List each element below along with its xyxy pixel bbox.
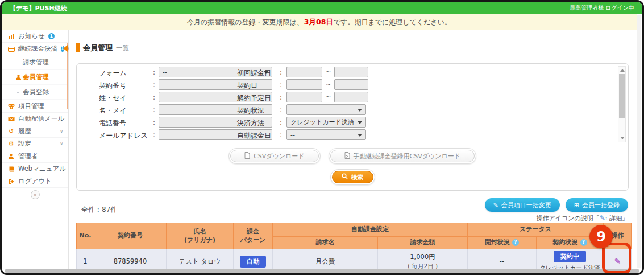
sidebar-item-recurring-billing[interactable]: 継続課金決済 1 ∨ [2, 43, 68, 55]
bulk-register-label: 会員一括登録 [582, 201, 620, 210]
app-window: 【デモ】PUSH継続 最高管理者様 ログイン中 今月の振替情報の登録・変更期限は… [0, 0, 644, 275]
edit-icon: ✎ [493, 202, 498, 209]
sidebar-item-logout[interactable]: ログアウト [2, 175, 68, 188]
sidebar-item-auto-mail[interactable]: 自動配信メール [2, 113, 68, 125]
notice-suffix: です。期日までに処理してください。 [334, 18, 451, 27]
select-caret-icon [358, 121, 362, 124]
sidebar-item-web-manual[interactable]: Webマニュアル [2, 163, 68, 175]
form-scrollbar[interactable] [618, 66, 626, 142]
first-billing-date-to-input[interactable] [334, 67, 368, 77]
search-button-label: 検索 [351, 173, 364, 182]
sidebar-item-news[interactable]: お知らせ 1 [2, 30, 68, 43]
search-fields: フォーム : -- 契約番号 : 姓・セイ : 名・メイ : [77, 64, 628, 143]
file-icon [244, 152, 250, 161]
payment-method-select[interactable]: クレジットカード決済 [286, 117, 366, 128]
login-status: 最高管理者様 ログイン中 [570, 4, 634, 12]
links-icon [7, 103, 15, 110]
sidebar-item-admin[interactable]: 管理者 [2, 150, 68, 163]
app-header: 【デモ】PUSH継続 最高管理者様 ログイン中 [2, 2, 642, 14]
main-content: 会員管理 一覧 フォーム : -- 契約番号 : 姓・セイ : [69, 30, 642, 273]
plus-icon: ⊞ [574, 202, 579, 209]
person-icon [15, 74, 22, 82]
page-scrollbar-vertical[interactable] [637, 15, 641, 268]
field-label: 契約日 [237, 81, 257, 91]
contract-status-badge[interactable]: 契約中 [554, 251, 586, 262]
csv-download-button[interactable]: CSVダウンロード [228, 148, 320, 164]
active-section-indicator [67, 43, 68, 109]
csv-button-row: CSVダウンロード 手動継続課金登録用CSVダウンロード [77, 148, 628, 164]
field-label: 自動課金日 [237, 131, 271, 141]
history-icon: ↺ [7, 128, 15, 135]
sidebar-item-settings[interactable]: ⚙ 設定 ∨ [2, 138, 68, 150]
contract-date-to-input[interactable] [334, 79, 368, 90]
auto-billing-day-select[interactable]: -- [286, 129, 366, 140]
sidebar-item-history[interactable]: ↺ 履歴 ∨ [2, 125, 68, 138]
contract-status-select[interactable]: -- [286, 104, 366, 115]
sidebar-item-invoice-management[interactable]: 請求管理 [2, 55, 68, 70]
chevron-down-icon: ∨ [60, 141, 63, 146]
col-header-name: 氏名(フリガナ) [167, 223, 234, 249]
search-panel: フォーム : -- 契約番号 : 姓・セイ : 名・メイ : [76, 63, 629, 191]
field-row-payment-method: 決済方法 : クレジットカード決済 [77, 117, 628, 128]
pattern-badge[interactable]: 自動 [240, 256, 266, 268]
sidebar-item-item-management[interactable]: 項目管理 [2, 100, 68, 113]
scroll-down-icon[interactable] [620, 137, 625, 139]
cancel-date-from-input[interactable] [286, 92, 322, 102]
envelope-icon [7, 116, 15, 122]
scrollbar-thumb[interactable] [619, 74, 625, 118]
sidebar-item-label: Webマニュアル [18, 165, 66, 173]
bulk-update-button[interactable]: ✎ 会員項目一括変更 [485, 198, 560, 212]
book-icon [7, 166, 15, 173]
person-icon [7, 153, 15, 159]
news-count-badge: 1 [48, 33, 55, 39]
file-icon [344, 152, 350, 161]
annotation-step-badge: 9 [589, 225, 613, 248]
bar-chart-icon [7, 33, 15, 40]
tilde: ~ [326, 81, 331, 88]
select-caret-icon [358, 134, 362, 137]
field-row-first-billing-date: 初回課金日 : ~ [77, 67, 628, 78]
active-section-arrow-icon [63, 45, 68, 52]
sidebar-item-label: 請求管理 [23, 58, 49, 67]
total-count: 全件：87件 [81, 205, 117, 215]
logout-icon [7, 178, 15, 185]
select-caret-icon [358, 109, 362, 112]
first-billing-date-from-input[interactable] [286, 67, 322, 77]
field-label: 初回課金日 [237, 68, 271, 78]
bulk-update-label: 会員項目一括変更 [501, 201, 551, 210]
icon-help-caption: 操作アイコンの説明「✎: 詳細」 [536, 214, 628, 223]
divider [5, 195, 25, 195]
sidebar-item-member-management[interactable]: 会員管理 [2, 70, 68, 85]
search-button[interactable]: 検索 [330, 169, 375, 185]
sidebar-collapse-button[interactable]: « [31, 190, 40, 199]
manual-csv-download-button[interactable]: 手動継続課金登録用CSVダウンロード [329, 148, 476, 164]
colon: : [280, 131, 282, 139]
sidebar-item-label: 継続課金決済 [18, 44, 57, 53]
billing-submenu: 請求管理 会員管理 会員登録 [2, 55, 68, 100]
sidebar-item-label: 設定 [18, 139, 31, 148]
annotation-highlight-box [602, 243, 631, 274]
tilde: ~ [326, 68, 331, 76]
field-row-contract-status: 契約状況 : -- [77, 104, 628, 116]
cancel-date-to-input[interactable] [334, 92, 368, 102]
sidebar-item-label: 履歴 [18, 127, 31, 136]
col-header-billing-name: 請求名 [273, 237, 378, 249]
field-row-cancel-date: 解約予定日 : ~ [77, 92, 628, 103]
sidebar-item-label: お知らせ [18, 32, 45, 40]
sidebar-item-label: ログアウト [18, 177, 52, 186]
page-scrollbar-horizontal[interactable] [5, 269, 639, 273]
col-group-auto-billing: 自動課金設定 [273, 223, 468, 237]
help-icon[interactable]: ? [580, 239, 587, 246]
col-group-status: ステータス [468, 223, 604, 237]
tilde: ~ [326, 93, 331, 101]
scroll-up-icon[interactable] [620, 69, 625, 72]
contract-date-from-input[interactable] [286, 79, 322, 90]
sidebar-item-member-registration[interactable]: 会員登録 [2, 85, 68, 100]
colon: : [280, 81, 282, 89]
notice-deadline: 3月08日 [304, 18, 333, 27]
search-button-row: 検索 [77, 169, 628, 185]
sidebar-item-label: 会員管理 [23, 73, 49, 81]
divider [118, 48, 625, 48]
bulk-register-button[interactable]: ⊞ 会員一括登録 [566, 198, 628, 212]
help-icon[interactable]: ? [512, 239, 519, 246]
